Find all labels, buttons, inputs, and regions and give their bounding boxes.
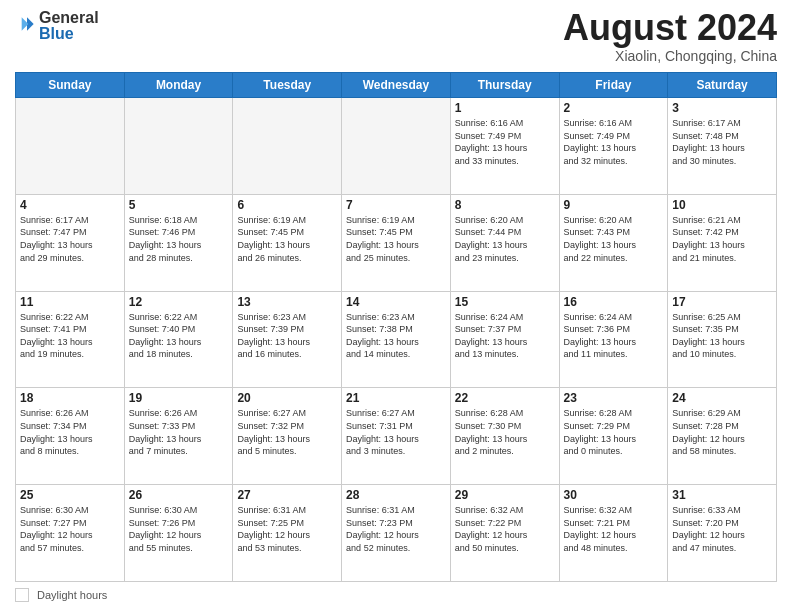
day-number: 29 — [455, 488, 555, 502]
day-info: Sunrise: 6:31 AM Sunset: 7:23 PM Dayligh… — [346, 504, 446, 554]
title-block: August 2024 Xiaolin, Chongqing, China — [563, 10, 777, 64]
day-number: 22 — [455, 391, 555, 405]
calendar-cell: 25Sunrise: 6:30 AM Sunset: 7:27 PM Dayli… — [16, 485, 125, 582]
calendar-header-row: SundayMondayTuesdayWednesdayThursdayFrid… — [16, 73, 777, 98]
day-number: 27 — [237, 488, 337, 502]
calendar-cell: 22Sunrise: 6:28 AM Sunset: 7:30 PM Dayli… — [450, 388, 559, 485]
calendar-cell: 8Sunrise: 6:20 AM Sunset: 7:44 PM Daylig… — [450, 194, 559, 291]
day-info: Sunrise: 6:17 AM Sunset: 7:48 PM Dayligh… — [672, 117, 772, 167]
calendar-cell: 29Sunrise: 6:32 AM Sunset: 7:22 PM Dayli… — [450, 485, 559, 582]
day-number: 12 — [129, 295, 229, 309]
day-info: Sunrise: 6:21 AM Sunset: 7:42 PM Dayligh… — [672, 214, 772, 264]
calendar-cell: 10Sunrise: 6:21 AM Sunset: 7:42 PM Dayli… — [668, 194, 777, 291]
calendar-cell: 14Sunrise: 6:23 AM Sunset: 7:38 PM Dayli… — [342, 291, 451, 388]
calendar-cell: 20Sunrise: 6:27 AM Sunset: 7:32 PM Dayli… — [233, 388, 342, 485]
day-info: Sunrise: 6:26 AM Sunset: 7:34 PM Dayligh… — [20, 407, 120, 457]
day-number: 19 — [129, 391, 229, 405]
day-number: 20 — [237, 391, 337, 405]
generalblue-icon — [15, 14, 35, 34]
day-info: Sunrise: 6:33 AM Sunset: 7:20 PM Dayligh… — [672, 504, 772, 554]
day-info: Sunrise: 6:22 AM Sunset: 7:40 PM Dayligh… — [129, 311, 229, 361]
calendar-week-row: 11Sunrise: 6:22 AM Sunset: 7:41 PM Dayli… — [16, 291, 777, 388]
day-info: Sunrise: 6:28 AM Sunset: 7:29 PM Dayligh… — [564, 407, 664, 457]
day-info: Sunrise: 6:25 AM Sunset: 7:35 PM Dayligh… — [672, 311, 772, 361]
day-info: Sunrise: 6:20 AM Sunset: 7:44 PM Dayligh… — [455, 214, 555, 264]
calendar-cell: 15Sunrise: 6:24 AM Sunset: 7:37 PM Dayli… — [450, 291, 559, 388]
calendar-cell: 3Sunrise: 6:17 AM Sunset: 7:48 PM Daylig… — [668, 98, 777, 195]
day-info: Sunrise: 6:17 AM Sunset: 7:47 PM Dayligh… — [20, 214, 120, 264]
calendar-cell — [16, 98, 125, 195]
day-info: Sunrise: 6:20 AM Sunset: 7:43 PM Dayligh… — [564, 214, 664, 264]
calendar-header-saturday: Saturday — [668, 73, 777, 98]
day-number: 16 — [564, 295, 664, 309]
day-info: Sunrise: 6:16 AM Sunset: 7:49 PM Dayligh… — [455, 117, 555, 167]
calendar-location: Xiaolin, Chongqing, China — [563, 48, 777, 64]
day-number: 30 — [564, 488, 664, 502]
calendar-cell — [342, 98, 451, 195]
logo-blue: Blue — [39, 26, 99, 42]
calendar-header-monday: Monday — [124, 73, 233, 98]
calendar-header-wednesday: Wednesday — [342, 73, 451, 98]
calendar-header-sunday: Sunday — [16, 73, 125, 98]
calendar-cell: 9Sunrise: 6:20 AM Sunset: 7:43 PM Daylig… — [559, 194, 668, 291]
day-number: 14 — [346, 295, 446, 309]
calendar-header-tuesday: Tuesday — [233, 73, 342, 98]
calendar-table: SundayMondayTuesdayWednesdayThursdayFrid… — [15, 72, 777, 582]
day-info: Sunrise: 6:27 AM Sunset: 7:31 PM Dayligh… — [346, 407, 446, 457]
day-number: 3 — [672, 101, 772, 115]
day-info: Sunrise: 6:30 AM Sunset: 7:26 PM Dayligh… — [129, 504, 229, 554]
page: General Blue August 2024 Xiaolin, Chongq… — [0, 0, 792, 612]
day-info: Sunrise: 6:27 AM Sunset: 7:32 PM Dayligh… — [237, 407, 337, 457]
calendar-cell: 19Sunrise: 6:26 AM Sunset: 7:33 PM Dayli… — [124, 388, 233, 485]
day-info: Sunrise: 6:26 AM Sunset: 7:33 PM Dayligh… — [129, 407, 229, 457]
day-number: 18 — [20, 391, 120, 405]
day-number: 26 — [129, 488, 229, 502]
calendar-week-row: 18Sunrise: 6:26 AM Sunset: 7:34 PM Dayli… — [16, 388, 777, 485]
day-info: Sunrise: 6:29 AM Sunset: 7:28 PM Dayligh… — [672, 407, 772, 457]
day-info: Sunrise: 6:23 AM Sunset: 7:38 PM Dayligh… — [346, 311, 446, 361]
calendar-cell: 4Sunrise: 6:17 AM Sunset: 7:47 PM Daylig… — [16, 194, 125, 291]
calendar-cell: 28Sunrise: 6:31 AM Sunset: 7:23 PM Dayli… — [342, 485, 451, 582]
day-info: Sunrise: 6:18 AM Sunset: 7:46 PM Dayligh… — [129, 214, 229, 264]
calendar-cell — [124, 98, 233, 195]
day-number: 1 — [455, 101, 555, 115]
calendar-cell: 31Sunrise: 6:33 AM Sunset: 7:20 PM Dayli… — [668, 485, 777, 582]
calendar-cell: 12Sunrise: 6:22 AM Sunset: 7:40 PM Dayli… — [124, 291, 233, 388]
logo: General Blue — [15, 10, 99, 42]
daylight-label: Daylight hours — [37, 589, 107, 601]
day-number: 6 — [237, 198, 337, 212]
calendar-cell: 13Sunrise: 6:23 AM Sunset: 7:39 PM Dayli… — [233, 291, 342, 388]
day-info: Sunrise: 6:24 AM Sunset: 7:37 PM Dayligh… — [455, 311, 555, 361]
day-info: Sunrise: 6:19 AM Sunset: 7:45 PM Dayligh… — [346, 214, 446, 264]
day-info: Sunrise: 6:30 AM Sunset: 7:27 PM Dayligh… — [20, 504, 120, 554]
day-number: 8 — [455, 198, 555, 212]
day-info: Sunrise: 6:23 AM Sunset: 7:39 PM Dayligh… — [237, 311, 337, 361]
calendar-cell: 2Sunrise: 6:16 AM Sunset: 7:49 PM Daylig… — [559, 98, 668, 195]
calendar-cell: 24Sunrise: 6:29 AM Sunset: 7:28 PM Dayli… — [668, 388, 777, 485]
calendar-cell: 17Sunrise: 6:25 AM Sunset: 7:35 PM Dayli… — [668, 291, 777, 388]
day-number: 28 — [346, 488, 446, 502]
calendar-cell: 18Sunrise: 6:26 AM Sunset: 7:34 PM Dayli… — [16, 388, 125, 485]
day-info: Sunrise: 6:32 AM Sunset: 7:21 PM Dayligh… — [564, 504, 664, 554]
day-number: 5 — [129, 198, 229, 212]
header: General Blue August 2024 Xiaolin, Chongq… — [15, 10, 777, 64]
day-info: Sunrise: 6:16 AM Sunset: 7:49 PM Dayligh… — [564, 117, 664, 167]
day-info: Sunrise: 6:22 AM Sunset: 7:41 PM Dayligh… — [20, 311, 120, 361]
calendar-header-friday: Friday — [559, 73, 668, 98]
logo-general: General — [39, 10, 99, 26]
day-number: 11 — [20, 295, 120, 309]
calendar-cell: 16Sunrise: 6:24 AM Sunset: 7:36 PM Dayli… — [559, 291, 668, 388]
day-number: 21 — [346, 391, 446, 405]
calendar-cell — [233, 98, 342, 195]
calendar-cell: 6Sunrise: 6:19 AM Sunset: 7:45 PM Daylig… — [233, 194, 342, 291]
day-info: Sunrise: 6:19 AM Sunset: 7:45 PM Dayligh… — [237, 214, 337, 264]
calendar-cell: 7Sunrise: 6:19 AM Sunset: 7:45 PM Daylig… — [342, 194, 451, 291]
daylight-box — [15, 588, 29, 602]
day-number: 17 — [672, 295, 772, 309]
day-info: Sunrise: 6:31 AM Sunset: 7:25 PM Dayligh… — [237, 504, 337, 554]
calendar-cell: 1Sunrise: 6:16 AM Sunset: 7:49 PM Daylig… — [450, 98, 559, 195]
calendar-cell: 26Sunrise: 6:30 AM Sunset: 7:26 PM Dayli… — [124, 485, 233, 582]
calendar-title: August 2024 — [563, 10, 777, 46]
day-number: 25 — [20, 488, 120, 502]
calendar-cell: 30Sunrise: 6:32 AM Sunset: 7:21 PM Dayli… — [559, 485, 668, 582]
